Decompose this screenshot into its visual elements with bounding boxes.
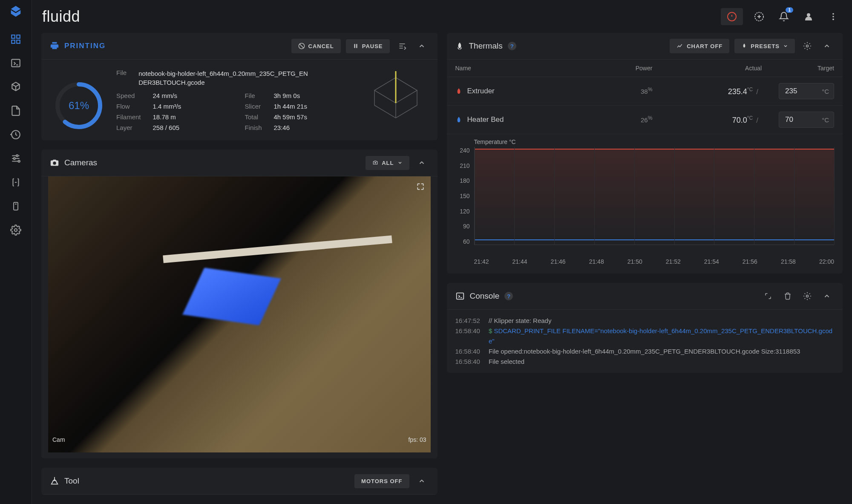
y-tick: 210 [455, 162, 470, 169]
speed-value: 24 mm/s [153, 92, 233, 99]
table-row: Extruder 38% 235.4°C/ °C [447, 77, 843, 106]
th-power: Power [588, 60, 661, 77]
filament-value: 18.78 m [153, 113, 233, 121]
nav-dashboard[interactable] [5, 28, 27, 50]
layer-value: 258 / 605 [153, 124, 233, 131]
total-label: Total [245, 113, 262, 121]
printer-icon [50, 41, 59, 51]
svg-point-15 [832, 18, 834, 20]
svg-rect-8 [14, 202, 18, 210]
svg-point-9 [14, 229, 17, 232]
console-text: File opened:notebook-big-holder-left_6h4… [489, 346, 800, 357]
console-help[interactable]: ? [504, 292, 513, 300]
nav-config[interactable] [5, 171, 27, 193]
y-tick: 60 [455, 238, 470, 245]
collapse-thermals[interactable] [820, 39, 834, 53]
collapse-cameras[interactable] [414, 156, 429, 170]
flow-label: Flow [116, 103, 141, 110]
svg-point-23 [374, 162, 376, 164]
nav-settings[interactable] [5, 219, 27, 241]
sidebar [0, 0, 32, 504]
menu-more-button[interactable] [825, 8, 842, 25]
console-title: Console [470, 291, 500, 301]
progress-percent: 61% [53, 80, 104, 131]
chart-off-button[interactable]: CHART OFF [670, 39, 729, 53]
x-tick: 21:54 [704, 258, 719, 265]
console-fullscreen[interactable] [761, 289, 775, 303]
nav-console[interactable] [5, 52, 27, 74]
thermals-panel: Thermals ? CHART OFF PRESETS Name [447, 33, 843, 274]
topbar: fluidd 1 [32, 0, 852, 33]
bed-icon [455, 116, 462, 124]
tool-icon [50, 476, 59, 486]
svg-point-24 [806, 45, 809, 47]
svg-rect-25 [456, 293, 463, 300]
cancel-button[interactable]: CANCEL [291, 39, 341, 53]
motors-off-button[interactable]: MOTORS OFF [354, 474, 409, 488]
emergency-stop-button[interactable] [721, 8, 743, 25]
notification-badge: 1 [786, 7, 793, 13]
filament-label: Filament [116, 113, 141, 121]
svg-point-6 [14, 158, 15, 159]
camera-selector[interactable]: ALL [366, 156, 409, 170]
notifications-button[interactable]: 1 [775, 8, 792, 25]
user-button[interactable] [800, 8, 817, 25]
unit-suffix: °C [747, 86, 753, 92]
flow-value: 1.4 mm³/s [153, 103, 233, 110]
nav-system[interactable] [5, 195, 27, 217]
console-clear[interactable] [780, 289, 795, 303]
svg-point-12 [807, 13, 810, 17]
bed-line [475, 239, 835, 240]
y-tick: 150 [455, 193, 470, 199]
slicer-value: 1h 44m 21s [274, 103, 354, 110]
speed-label: Speed [116, 92, 141, 99]
unit-suffix: °C [747, 115, 753, 121]
camera-stream [48, 176, 431, 452]
thermals-help[interactable]: ? [508, 42, 516, 50]
nav-files[interactable] [5, 100, 27, 122]
presets-button[interactable]: PRESETS [734, 39, 795, 53]
nav-history[interactable] [5, 124, 27, 146]
slicer-label: Slicer [245, 103, 262, 110]
nav-gcode[interactable] [5, 76, 27, 98]
console-settings[interactable] [800, 289, 815, 303]
total-value: 4h 59m 57s [274, 113, 354, 121]
th-target: Target [770, 60, 843, 77]
pct-suffix: % [648, 115, 653, 121]
file-name: notebook-big-holder-left_6h44m_0.20mm_23… [138, 69, 354, 87]
x-tick: 21:42 [474, 258, 489, 265]
console-text: File selected [489, 357, 524, 367]
svg-point-26 [806, 295, 809, 297]
x-tick: 21:52 [666, 258, 681, 265]
collapse-console[interactable] [820, 289, 834, 303]
x-tick: 21:44 [512, 258, 527, 265]
svg-rect-17 [354, 44, 355, 48]
finish-label: Finish [245, 124, 262, 131]
nav-tune[interactable] [5, 147, 27, 170]
svg-rect-3 [17, 40, 20, 43]
file-time-value: 3h 9m 0s [274, 92, 354, 99]
camera-icon [50, 158, 59, 167]
printing-panel: PRINTING CANCEL PAUSE 61% [41, 33, 438, 140]
chart-title: Temperature °C [474, 138, 835, 145]
svg-point-5 [16, 155, 18, 156]
y-tick: 240 [455, 147, 470, 154]
collapse-tool[interactable] [414, 474, 429, 488]
svg-rect-0 [12, 35, 15, 38]
pause-button[interactable]: PAUSE [346, 39, 390, 53]
console-panel: Console ? 16:47:52// Klipper state: Read… [447, 283, 843, 373]
collapse-printing[interactable] [414, 39, 429, 53]
thermals-settings[interactable] [800, 39, 815, 53]
fire-icon [455, 41, 464, 51]
reprint-button[interactable] [395, 39, 409, 53]
fullscreen-button[interactable] [416, 182, 425, 191]
cameras-title: Cameras [64, 158, 97, 167]
console-time: 16:58:40 [455, 326, 480, 346]
camera-label: Cam [52, 436, 65, 443]
gcode-thumbnail [366, 69, 426, 120]
extruder-icon [455, 87, 462, 95]
console-time: 16:47:52 [455, 316, 480, 326]
svg-point-14 [832, 16, 834, 17]
upload-button[interactable] [751, 8, 768, 25]
y-tick: 120 [455, 208, 470, 215]
